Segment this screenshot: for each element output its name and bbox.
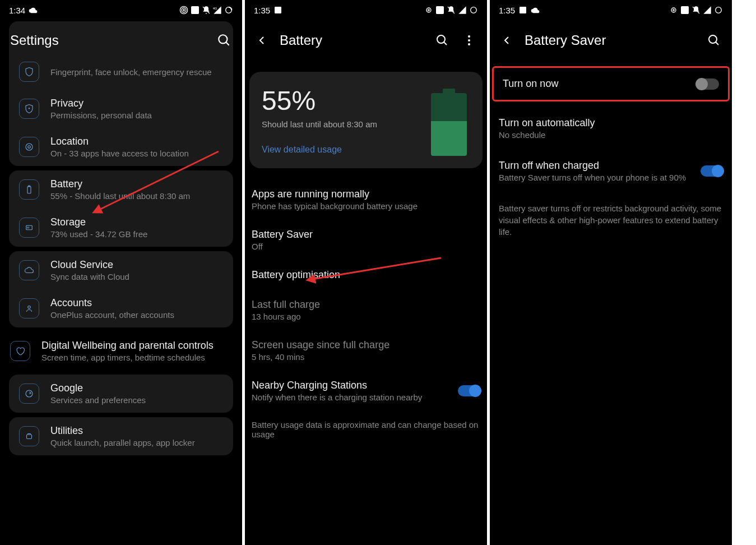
battery-row-saver[interactable]: Battery Saver Off	[245, 220, 487, 260]
list-title: Location	[50, 136, 223, 147]
battery-status-icon	[714, 6, 723, 15]
svg-point-34	[673, 10, 675, 11]
back-icon[interactable]	[500, 34, 513, 47]
svg-rect-13	[29, 186, 30, 187]
list-title: Storage	[50, 216, 223, 228]
list-item[interactable]: Fingerprint, face unlock, emergency resc…	[9, 21, 233, 90]
svg-point-0	[183, 10, 185, 11]
utilities-icon	[19, 426, 39, 446]
wellbeing-icon	[10, 341, 30, 361]
svg-line-8	[226, 42, 229, 45]
hotspot-icon	[669, 6, 678, 15]
battery-row-nearby-charging[interactable]: Nearby Charging Stations Notify when the…	[245, 371, 487, 411]
svg-point-26	[471, 7, 477, 13]
svg-point-31	[468, 43, 470, 45]
settings-item-digital-wellbeing[interactable]: Digital Wellbeing and parental controls …	[4, 332, 238, 370]
saver-row-auto[interactable]: Turn on automatically No schedule	[490, 107, 732, 150]
view-detailed-usage-link[interactable]: View detailed usage	[262, 145, 377, 155]
list-sub: Sync data with Cloud	[50, 272, 223, 281]
battery-visual-icon	[431, 89, 467, 156]
more-icon[interactable]	[461, 33, 477, 48]
battery-row-optimisation[interactable]: Battery optimisation	[245, 260, 487, 290]
signal-icon: 4G	[213, 6, 222, 15]
svg-point-22	[428, 10, 430, 11]
battery-icon	[19, 179, 39, 200]
battery-row-apps[interactable]: Apps are running normally Phone has typi…	[245, 179, 487, 220]
svg-point-38	[716, 7, 722, 13]
list-sub: OnePlus account, other accounts	[50, 310, 223, 320]
settings-item-location[interactable]: Location On - 33 apps have access to loc…	[9, 128, 233, 166]
settings-item-battery[interactable]: Battery 55% - Should last until about 8:…	[9, 170, 233, 209]
phone-battery: 1:35 Battery 55% Should last until about…	[245, 0, 487, 545]
saver-description: Battery saver turns off or restricts bac…	[490, 192, 732, 248]
settings-item-google[interactable]: Google Services and preferences	[9, 375, 233, 413]
status-time: 1:35	[499, 6, 515, 15]
mute-icon	[447, 6, 456, 15]
row-sub: Battery Saver turns off when your phone …	[499, 173, 701, 182]
battery-percentage: 55%	[262, 85, 377, 116]
row-title: Apps are running normally	[252, 188, 480, 200]
search-icon[interactable]	[706, 33, 722, 48]
turn-on-now-toggle[interactable]	[697, 78, 719, 90]
svg-rect-3	[191, 6, 199, 14]
battery-summary-card: 55% Should last until about 8:30 am View…	[249, 72, 483, 168]
volte-icon	[680, 6, 689, 15]
row-title: Battery Saver	[252, 229, 480, 241]
saver-row-turn-on-now[interactable]: Turn on now	[494, 68, 728, 100]
battery-footer-note: Battery usage data is approximate and ca…	[245, 411, 487, 448]
signal-icon	[458, 6, 467, 15]
cloud-icon	[531, 6, 540, 15]
row-title: Screen usage since full charge	[252, 339, 480, 351]
page-title: Battery Saver	[525, 33, 695, 48]
settings-item-utilities[interactable]: Utilities Quick launch, parallel apps, a…	[9, 417, 233, 455]
mute-icon	[202, 6, 211, 15]
svg-point-39	[709, 35, 717, 43]
storage-icon	[19, 218, 39, 238]
svg-rect-21	[275, 7, 281, 13]
volte-icon	[435, 6, 444, 15]
svg-rect-19	[27, 435, 32, 439]
status-bar: 1:35	[245, 0, 487, 20]
row-title: Last full charge	[252, 299, 480, 311]
settings-item-storage[interactable]: Storage 73% used - 34.72 GB free	[9, 209, 233, 247]
status-time: 1:34	[9, 6, 25, 15]
svg-point-27	[437, 35, 445, 43]
svg-point-10	[28, 146, 31, 149]
saver-row-turn-off-charged[interactable]: Turn off when charged Battery Saver turn…	[490, 150, 732, 192]
list-title: Cloud Service	[50, 259, 223, 271]
image-icon	[273, 6, 282, 15]
page-header: Battery Saver	[490, 20, 732, 61]
battery-estimate: Should last until about 8:30 am	[262, 119, 377, 129]
settings-item-privacy[interactable]: Privacy Permissions, personal data	[9, 90, 233, 128]
svg-point-11	[26, 144, 33, 150]
list-sub: Quick launch, parallel apps, app locker	[50, 438, 223, 447]
signal-icon	[703, 6, 712, 15]
settings-group-utilities: Utilities Quick launch, parallel apps, a…	[9, 417, 233, 455]
google-icon	[19, 384, 39, 404]
search-icon[interactable]	[216, 33, 232, 48]
row-sub: 5 hrs, 40 mins	[252, 352, 480, 362]
battery-row-screen-usage: Screen usage since full charge 5 hrs, 40…	[245, 330, 487, 371]
status-icons-right: 4G	[179, 6, 233, 15]
turn-off-charged-toggle[interactable]	[701, 165, 723, 177]
status-icons-right	[424, 6, 478, 15]
settings-item-cloud[interactable]: Cloud Service Sync data with Cloud	[9, 251, 233, 289]
row-sub: No schedule	[499, 130, 723, 140]
image-icon	[518, 6, 527, 15]
search-icon[interactable]	[434, 33, 450, 48]
status-icons-right	[669, 6, 723, 15]
settings-item-accounts[interactable]: Accounts OnePlus account, other accounts	[9, 289, 233, 327]
svg-rect-24	[436, 6, 444, 14]
back-icon[interactable]	[255, 34, 268, 47]
svg-point-9	[29, 108, 30, 109]
accounts-icon	[19, 298, 39, 318]
svg-point-1	[182, 8, 186, 12]
cloud-service-icon	[19, 260, 39, 280]
nearby-charging-toggle[interactable]	[458, 385, 480, 396]
mute-icon	[692, 6, 701, 15]
phone-settings: 1:34 4G Settings Fingerprint, face unloc…	[0, 0, 242, 545]
settings-group-device: Battery 55% - Should last until about 8:…	[9, 170, 233, 247]
svg-rect-36	[681, 6, 689, 14]
battery-row-last-charge: Last full charge 13 hours ago	[245, 290, 487, 330]
list-title: Utilities	[50, 425, 223, 437]
